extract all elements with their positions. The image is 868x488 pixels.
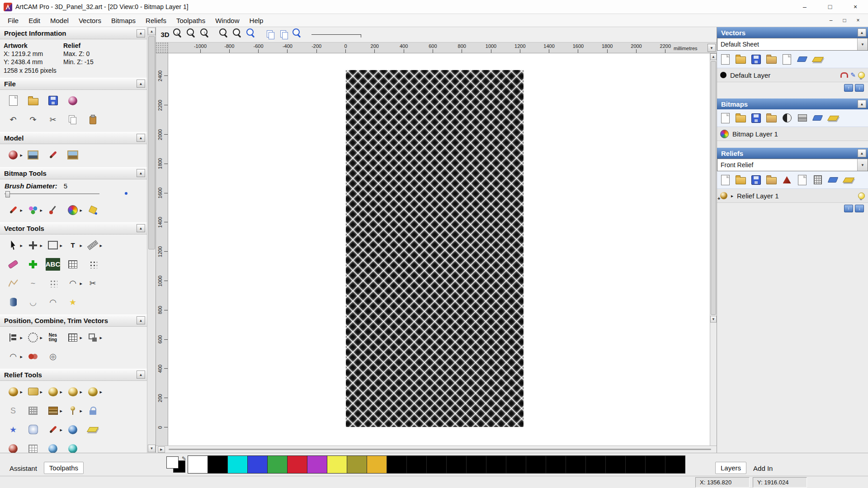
menu-edit[interactable]: Edit (24, 14, 45, 27)
carve-shape[interactable]: ▸ (83, 382, 103, 401)
calculate-relief[interactable] (779, 173, 794, 187)
save-vector-layer[interactable] (749, 52, 764, 66)
create-star[interactable]: ★ (63, 293, 83, 312)
tab-toolpaths[interactable]: Toolpaths (44, 462, 84, 474)
smoothing-tool[interactable]: ▸ (23, 382, 43, 401)
colour-swatch-14[interactable] (466, 455, 486, 474)
scroll-up-icon[interactable]: ▲ (710, 53, 717, 60)
delete-vector-layer[interactable] (795, 52, 810, 66)
refresh-view[interactable] (292, 28, 304, 41)
flyout-arrow-icon[interactable]: ▸ (20, 152, 23, 158)
open-model[interactable] (23, 91, 43, 110)
pick-colour[interactable] (43, 201, 63, 220)
zoom-in[interactable]: + (172, 28, 185, 41)
zoom-1-to-1[interactable]: 1 (199, 28, 212, 41)
paste[interactable] (83, 110, 103, 129)
flyout-arrow-icon[interactable]: ▸ (20, 207, 23, 213)
block-copy[interactable]: ▸ (63, 328, 83, 347)
menu-vectors[interactable]: Vectors (74, 14, 106, 27)
brush-diameter-slider[interactable] (5, 191, 99, 197)
toggle-2d-3d-view[interactable]: 3D (159, 28, 171, 41)
horizontal-scrollbar[interactable]: ▶ (156, 446, 717, 453)
menu-reliefs[interactable]: Reliefs (141, 14, 171, 27)
flood-fill[interactable] (83, 201, 103, 220)
previous-view[interactable] (264, 28, 277, 41)
colour-swatch-1[interactable] (208, 455, 228, 474)
save-model[interactable] (43, 91, 63, 110)
menu-window[interactable]: Window (210, 14, 244, 27)
expand-arrow-icon[interactable]: ▸ (731, 193, 733, 198)
set-model-size[interactable]: ▸ (3, 145, 23, 164)
menu-help[interactable]: Help (245, 14, 269, 27)
relief-calculator[interactable] (810, 173, 825, 187)
snap-points[interactable] (83, 255, 103, 274)
move-layer-up-button[interactable]: ↑ (844, 84, 853, 92)
colour-palette[interactable]: ▸ (63, 201, 83, 220)
merge-relief-layers[interactable] (841, 173, 856, 187)
relief-tool-c[interactable] (43, 439, 63, 453)
tab-assistant[interactable]: Assistant (5, 463, 42, 474)
import-vectors[interactable] (764, 52, 779, 66)
create-spiral[interactable]: ◎ (43, 347, 63, 366)
flyout-arrow-icon[interactable]: ▸ (60, 408, 62, 413)
relief-tool-d[interactable] (63, 439, 83, 453)
bitmap-to-vector[interactable] (63, 255, 83, 274)
redo[interactable]: ↷ (23, 110, 43, 129)
move-layer-down-button[interactable]: ↓ (855, 84, 864, 92)
nesting[interactable]: Nes ting (43, 328, 63, 347)
flyout-arrow-icon[interactable]: ▸ (99, 242, 102, 248)
create-cross[interactable] (23, 255, 43, 274)
colour-swatch-10[interactable] (387, 455, 407, 474)
open-vector-layer[interactable] (733, 52, 748, 66)
vector-layer-name[interactable]: Default Layer (730, 71, 837, 79)
colour-swatch-19[interactable] (566, 455, 586, 474)
primary-secondary-colours[interactable]: ✎ (165, 455, 187, 474)
bitmap-layer-name[interactable]: Bitmap Layer 1 (732, 130, 865, 138)
colour-blend[interactable]: ▸ (23, 201, 43, 220)
adjust-model[interactable] (23, 145, 43, 164)
trim-vectors[interactable]: ✂ (83, 274, 103, 293)
relief-layer-row[interactable]: + ▸ Relief Layer 1 (717, 189, 868, 203)
export-relief[interactable] (795, 173, 810, 187)
menu-file[interactable]: File (3, 14, 24, 27)
collapse-icon[interactable]: ▲ (137, 29, 145, 38)
shape-editor[interactable]: ▸ (3, 382, 23, 401)
smooth-relief[interactable]: S (3, 401, 23, 420)
colour-swatch-13[interactable] (446, 455, 467, 474)
flyout-arrow-icon[interactable]: ▸ (20, 353, 23, 359)
collapse-icon[interactable]: ▲ (137, 80, 145, 88)
colour-swatch-15[interactable] (486, 455, 506, 474)
sculpting-tool[interactable]: ▸ (43, 382, 63, 401)
vector-doctor[interactable] (3, 255, 23, 274)
collapse-icon[interactable]: ▲ (858, 100, 866, 108)
envelope-relief[interactable] (83, 401, 103, 420)
import-bitmap[interactable] (764, 111, 779, 125)
colour-swatch-11[interactable] (406, 455, 427, 474)
new-bitmap-layer[interactable] (718, 111, 733, 125)
node-editing[interactable] (43, 274, 63, 293)
flyout-arrow-icon[interactable]: ▸ (60, 427, 62, 432)
colour-swatch-7[interactable] (327, 455, 347, 474)
canvas-viewport[interactable] (168, 53, 710, 446)
child-minimize-button[interactable]: – (826, 16, 836, 25)
colour-swatch-6[interactable] (307, 455, 327, 474)
new-model[interactable] (3, 91, 23, 110)
flyout-arrow-icon[interactable]: ▸ (40, 389, 42, 394)
slider-handle[interactable] (5, 191, 10, 197)
text-on-curve[interactable]: ABC (43, 255, 63, 274)
flyout-arrow-icon[interactable]: ▸ (80, 207, 82, 213)
colour-swatch-5[interactable] (287, 455, 307, 474)
zoom-drawing[interactable] (232, 28, 245, 41)
zoom-box[interactable]: □ (218, 28, 231, 41)
interactive-sculpting[interactable] (63, 420, 83, 439)
export-vectors[interactable] (779, 52, 794, 66)
flyout-arrow-icon[interactable]: ▸ (60, 389, 62, 394)
save-bitmap-layer[interactable] (749, 111, 764, 125)
colour-swatch-9[interactable] (367, 455, 387, 474)
zoom-objects[interactable] (245, 28, 258, 41)
tab-add-in[interactable]: Add In (748, 463, 778, 474)
titlebar[interactable]: ArtCAM Pro - 3D_Panel_32.art - [2D View:… (0, 0, 868, 14)
colour-swatch-16[interactable] (506, 455, 526, 474)
weld-vectors[interactable] (23, 347, 43, 366)
assistant-scrollbar[interactable]: ▲ ▼ (147, 27, 156, 453)
